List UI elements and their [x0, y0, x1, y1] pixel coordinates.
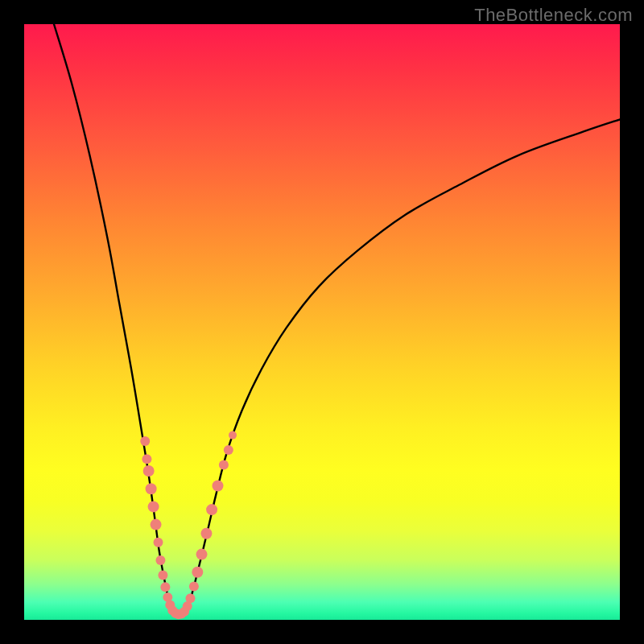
data-marker [189, 582, 199, 592]
marker-layer [140, 431, 237, 620]
curve-layer [54, 24, 620, 617]
data-marker [155, 555, 165, 565]
data-marker [140, 436, 150, 446]
data-marker [229, 431, 237, 440]
data-marker [142, 454, 151, 464]
data-marker [206, 504, 217, 515]
data-marker [185, 593, 195, 603]
data-marker [200, 528, 212, 539]
data-marker [143, 465, 155, 477]
data-marker [154, 538, 163, 547]
data-marker [219, 460, 229, 470]
data-marker [151, 519, 162, 530]
data-marker [196, 549, 208, 560]
data-marker [192, 567, 203, 578]
chart-svg [24, 24, 620, 620]
data-marker [146, 483, 157, 494]
watermark-text: TheBottleneck.com [474, 5, 633, 26]
curve-right-curve [186, 119, 620, 613]
data-marker [160, 582, 170, 592]
data-marker [224, 445, 233, 455]
data-marker [158, 571, 167, 580]
data-marker [148, 501, 159, 512]
data-marker [213, 481, 224, 492]
plot-area [24, 24, 620, 620]
chart-frame: TheBottleneck.com [0, 0, 644, 644]
